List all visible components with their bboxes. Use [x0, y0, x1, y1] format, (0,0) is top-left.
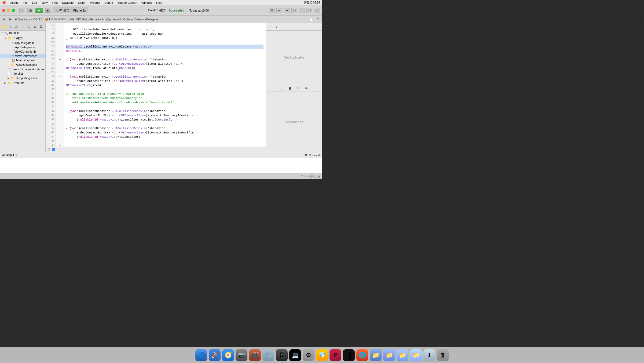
not-applicable-label: Not Applicable — [284, 56, 304, 59]
menu-editor[interactable]: Editor — [78, 1, 86, 4]
insp-doc-btn[interactable]: 📄 — [279, 85, 285, 91]
debug-trash-btn[interactable]: 🗑 — [305, 154, 308, 157]
insp-target-btn[interactable]: ◎ — [295, 85, 301, 91]
layout-btn-5[interactable]: ▭ — [299, 8, 305, 13]
scheme-selector[interactable]: 🔨 01-重力 › iPhone 6s — [53, 8, 88, 13]
sidebar-item-appdelegate-m[interactable]: m AppDelegate.m — [0, 45, 45, 49]
editor-mode-icon[interactable]: ⊡ — [48, 148, 50, 151]
insp-tab-scroll-down[interactable]: ↓ — [273, 24, 279, 30]
stop-button[interactable]: ■ — [45, 8, 50, 13]
code-line-29b: UIDynamicItem>)item2; — [66, 83, 264, 88]
menu-help[interactable]: Help — [156, 1, 162, 4]
help-icon[interactable]: ? — [315, 16, 321, 22]
bc-simulator[interactable]: 🖥 Simulator · iOS 9.0 — [14, 18, 42, 21]
insp-tab-scroll-up[interactable]: ↑ — [267, 24, 273, 30]
no-matches-label: No Matches — [285, 120, 303, 124]
toolbar-right: ⊟ ↩ ↪ ▭ ▭ ▭ ≡ — [269, 8, 320, 13]
code-line-31b: - (void)collisionBehavior:(UICollisionBe… — [66, 126, 264, 130]
nav-debug-icon[interactable]: ⬡ — [26, 24, 32, 30]
close-button[interactable] — [2, 9, 5, 12]
bc-protocol[interactable]: @protocol UICollisionBehaviorDelegate — [106, 18, 158, 21]
maximize-button[interactable] — [12, 9, 15, 12]
sidebar-item-infoplist[interactable]: 📄 Info.plist — [0, 71, 45, 76]
sidebar-item-supporting[interactable]: ▶ 📁 Supporting Files — [0, 76, 45, 81]
sidebar-item-appdelegate-h[interactable]: h AppDelegate.h — [0, 41, 45, 45]
menu-time: 周五10:08:24 — [304, 1, 320, 5]
nav-back[interactable]: ◀ — [1, 16, 7, 22]
code-line-30a — [66, 88, 264, 92]
debug-refresh-btn[interactable]: ↺ — [318, 154, 320, 157]
menu-window[interactable]: Window — [141, 1, 152, 4]
code-line-28b: endedContactForItem:(id <UIDynamicItem>)… — [66, 79, 264, 83]
sidebar-item-viewcontroller-m[interactable]: m ViewController.m — [0, 54, 45, 58]
menu-edit[interactable]: Edit — [32, 1, 37, 4]
debug-output — [0, 158, 322, 173]
code-line-30d: (nullable id <NSCopying>)identifier atPo… — [66, 118, 264, 122]
nav-warning-icon[interactable]: ⚠ — [14, 24, 19, 30]
nav-folder-icon[interactable]: 📁 — [1, 24, 7, 30]
menu-xcode[interactable]: Xcode — [10, 1, 19, 4]
sidebar-item-launchscreen[interactable]: 📋 LaunchScreen.storyboard — [0, 67, 45, 71]
title-bar: ≡ ◫ ▶ ■ 🔨 01-重力 › iPhone 6s Build 01-重力:… — [0, 5, 322, 16]
file-navigator: ▼ 🔨 01-重力 ▼ 📁 01-重力 h AppDelegate.h m Ap… — [0, 31, 45, 152]
code-line-22 — [66, 40, 264, 45]
editor-bottom-bar: ⊡ — [46, 147, 266, 152]
code-line-31c: endedContactForItem:(id <UIDynamicItem>)… — [66, 130, 264, 135]
build-label: Build 01-重力: — [148, 8, 166, 12]
sidebar-item-viewcontroller-h[interactable]: h ViewController.h — [0, 49, 45, 54]
sidebar-item-products[interactable]: ▶ 📁 Products — [0, 81, 45, 85]
code-line-25 — [66, 53, 264, 57]
minimize-button[interactable] — [7, 9, 10, 12]
not-applicable-area: Not Applicable — [266, 31, 322, 84]
code-line-34b — [66, 143, 264, 147]
layout-btn-1[interactable]: ⊟ — [269, 8, 275, 13]
navigator-toggle[interactable]: ≡ — [19, 8, 25, 13]
nav-right: 📄 ? — [308, 16, 321, 22]
run-button[interactable]: ▶ — [35, 8, 43, 13]
menu-product[interactable]: Product — [90, 1, 100, 4]
nav-forward[interactable]: ▶ — [8, 16, 13, 22]
layout-btn-3[interactable]: ↪ — [284, 8, 290, 13]
apple-menu[interactable]: 🍎 — [2, 1, 6, 4]
insp-code-btn[interactable]: {} — [287, 85, 293, 91]
code-lines[interactable]: UICollisionBehaviorModeBoundaries = 1 <<… — [64, 23, 266, 147]
menu-view[interactable]: View — [41, 1, 48, 4]
code-line-26: - (void)collisionBehavior:(UICollisionBe… — [66, 57, 264, 62]
bc-frameworks[interactable]: 📦 Frameworks — [45, 17, 65, 21]
code-line-31d: (nullable id <NSCopying>)identifier; — [66, 135, 264, 139]
code-line-23: @protocol UICollisionBehaviorDelegate <N… — [66, 45, 264, 49]
doc-icon[interactable]: 📄 — [308, 16, 314, 22]
nav-report-icon[interactable]: ☰ — [39, 24, 44, 30]
menu-find[interactable]: Find — [52, 1, 58, 4]
code-line-24: @optional — [66, 49, 264, 53]
layout-btn-2[interactable]: ↩ — [276, 8, 282, 13]
line-numbers: 18 19 20 21 22 23 24 25 26 27 28 29 30 3… — [46, 23, 56, 147]
nav-test-icon[interactable]: ◇ — [20, 24, 25, 30]
sidebar-item-assets[interactable]: 📁 Assets.xcassets — [0, 62, 45, 67]
menu-file[interactable]: File — [23, 1, 28, 4]
nav-search-icon[interactable]: 🔍 — [7, 24, 13, 30]
build-status-area: Build 01-重力: Succeeded | Today at 10:06 — [90, 8, 267, 12]
layout-btn-6[interactable]: ▭ — [306, 8, 312, 13]
sidebar-item-project[interactable]: ▼ 🔨 01-重力 — [0, 31, 45, 36]
insp-layout-btn[interactable]: ▭ — [303, 85, 309, 91]
code-line-27b: - (void)collisionBehavior:(UICollisionBe… — [66, 75, 264, 79]
inspector-toggle[interactable]: ≡ — [314, 8, 320, 13]
debug-layout-btn[interactable]: ▭▭ — [312, 154, 317, 157]
menu-source-control[interactable]: Source Control — [117, 1, 137, 4]
code-content[interactable]: 18 19 20 21 22 23 24 25 26 27 28 29 30 3… — [46, 23, 266, 147]
debug-toggle[interactable]: ◫ — [27, 8, 33, 13]
bc-file[interactable]: UICollisionBehavior.h — [76, 18, 104, 21]
sidebar-item-group[interactable]: ▼ 📁 01-重力 — [0, 36, 45, 41]
nav-break-icon[interactable]: ⊡ — [32, 24, 38, 30]
bc-uikit[interactable]: UIKit — [67, 18, 74, 21]
device-name: iPhone 6s — [73, 9, 86, 12]
sidebar-item-main-storyboard[interactable]: 📋 Main.storyboard — [0, 58, 45, 62]
build-time-label: | — [186, 9, 187, 12]
code-line-comment2: translatesReferenceBoundsIntoBoundary or — [66, 96, 264, 100]
menu-debug[interactable]: Debug — [104, 1, 113, 4]
menu-navigate[interactable]: Navigate — [62, 1, 74, 4]
debug-dropdown-arrow[interactable]: ▾ — [16, 154, 17, 157]
layout-btn-4[interactable]: ▭ — [291, 8, 297, 13]
debug-split-btn[interactable]: ⊡ — [309, 154, 311, 157]
